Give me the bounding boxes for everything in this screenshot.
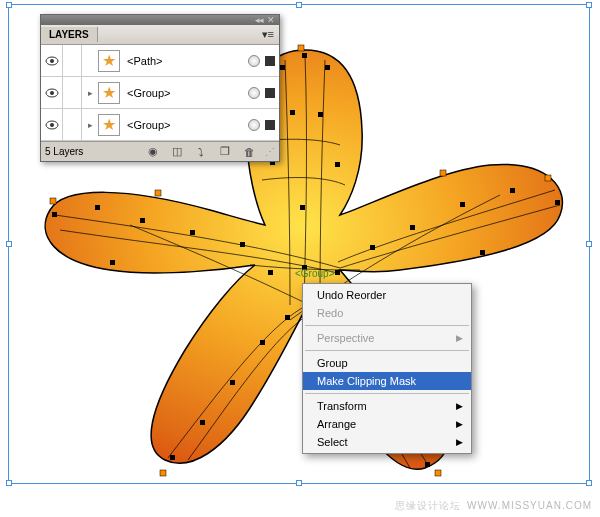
svg-rect-8 <box>52 212 57 217</box>
layer-count: 5 Layers <box>45 146 137 157</box>
svg-rect-17 <box>370 245 375 250</box>
svg-rect-10 <box>140 218 145 223</box>
close-icon[interactable]: ✕ <box>267 15 275 25</box>
svg-rect-1 <box>280 65 285 70</box>
svg-rect-6 <box>335 162 340 167</box>
layer-row[interactable]: ▸ ★ <Group> <box>41 77 279 109</box>
layer-list: ★ <Path> ▸ ★ <Group> ▸ ★ <Group> <box>41 45 279 141</box>
svg-rect-23 <box>230 380 235 385</box>
layer-row[interactable]: ▸ ★ <Group> <box>41 109 279 141</box>
handle-tr[interactable] <box>586 2 592 8</box>
layer-row[interactable]: ★ <Path> <box>41 45 279 77</box>
handle-tm[interactable] <box>296 2 302 8</box>
handle-bl[interactable] <box>6 480 12 486</box>
svg-point-44 <box>50 91 54 95</box>
layers-panel[interactable]: ◂◂ ✕ LAYERS ▾≡ ★ <Path> ▸ ★ <Group> ▸ <box>40 14 280 162</box>
handle-br[interactable] <box>586 480 592 486</box>
handle-bm[interactable] <box>296 480 302 486</box>
cm-transform[interactable]: Transform▶ <box>303 397 471 415</box>
cm-sep <box>305 350 469 351</box>
svg-rect-24 <box>260 340 265 345</box>
svg-point-42 <box>50 59 54 63</box>
cm-arrange[interactable]: Arrange▶ <box>303 415 471 433</box>
expand-icon[interactable]: ▸ <box>85 120 95 130</box>
context-menu: Undo Reorder Redo Perspective▶ Group Mak… <box>302 283 472 454</box>
svg-rect-3 <box>290 110 295 115</box>
target-icon[interactable] <box>248 55 260 67</box>
svg-rect-9 <box>95 205 100 210</box>
visibility-icon[interactable] <box>45 118 59 132</box>
chevron-right-icon: ▶ <box>456 437 463 447</box>
handle-ml[interactable] <box>6 241 12 247</box>
layer-name[interactable]: <Group> <box>123 87 245 99</box>
watermark: 思缘设计论坛WWW.MISSYUAN.COM <box>395 499 592 513</box>
svg-rect-33 <box>480 250 485 255</box>
chevron-right-icon: ▶ <box>456 401 463 411</box>
svg-rect-4 <box>318 112 323 117</box>
new-layer-icon[interactable]: ❐ <box>217 145 233 159</box>
selection-indicator <box>265 56 275 66</box>
panel-tab-layers[interactable]: LAYERS <box>41 27 98 42</box>
cm-perspective: Perspective▶ <box>303 329 471 347</box>
layer-name[interactable]: <Group> <box>123 119 245 131</box>
svg-rect-21 <box>170 455 175 460</box>
smart-guide-label: <Group> <box>295 268 334 279</box>
svg-rect-19 <box>335 270 340 275</box>
expand-icon[interactable]: ▸ <box>85 88 95 98</box>
svg-rect-36 <box>545 175 551 181</box>
layer-thumb: ★ <box>98 50 120 72</box>
svg-rect-22 <box>200 420 205 425</box>
selection-indicator <box>265 88 275 98</box>
chevron-right-icon: ▶ <box>456 333 463 343</box>
visibility-icon[interactable] <box>45 86 59 100</box>
svg-rect-39 <box>435 470 441 476</box>
target-icon[interactable] <box>248 119 260 131</box>
collapse-icon[interactable]: ◂◂ <box>255 15 263 25</box>
new-sublayer-icon[interactable]: ⤵ <box>193 145 209 159</box>
make-clip-icon[interactable]: ◫ <box>169 145 185 159</box>
svg-rect-14 <box>510 188 515 193</box>
panel-menu-icon[interactable]: ▾≡ <box>257 28 279 41</box>
svg-rect-0 <box>302 53 307 58</box>
cm-redo: Redo <box>303 304 471 322</box>
svg-rect-34 <box>50 198 56 204</box>
svg-rect-11 <box>190 230 195 235</box>
svg-rect-25 <box>285 315 290 320</box>
handle-tl[interactable] <box>6 2 12 8</box>
panel-footer: 5 Layers ◉ ◫ ⤵ ❐ 🗑 ⋰ <box>41 141 279 161</box>
svg-rect-15 <box>460 202 465 207</box>
svg-rect-37 <box>440 170 446 176</box>
handle-mr[interactable] <box>586 241 592 247</box>
cm-sep <box>305 325 469 326</box>
layer-name[interactable]: <Path> <box>123 55 245 67</box>
locate-icon[interactable]: ◉ <box>145 145 161 159</box>
svg-rect-40 <box>298 45 304 51</box>
svg-rect-16 <box>410 225 415 230</box>
cm-make-clipping-mask[interactable]: Make Clipping Mask <box>303 372 471 390</box>
svg-point-46 <box>50 123 54 127</box>
layer-thumb: ★ <box>98 114 120 136</box>
panel-grip[interactable]: ◂◂ ✕ <box>41 15 279 25</box>
svg-rect-13 <box>555 200 560 205</box>
cm-group[interactable]: Group <box>303 354 471 372</box>
resize-grip[interactable]: ⋰ <box>265 146 275 157</box>
svg-rect-38 <box>160 470 166 476</box>
selection-indicator <box>265 120 275 130</box>
svg-rect-12 <box>240 242 245 247</box>
svg-rect-2 <box>325 65 330 70</box>
svg-rect-35 <box>155 190 161 196</box>
cm-undo[interactable]: Undo Reorder <box>303 286 471 304</box>
chevron-right-icon: ▶ <box>456 419 463 429</box>
visibility-icon[interactable] <box>45 54 59 68</box>
layer-thumb: ★ <box>98 82 120 104</box>
svg-rect-32 <box>110 260 115 265</box>
delete-icon[interactable]: 🗑 <box>241 145 257 159</box>
svg-rect-26 <box>425 462 430 467</box>
svg-rect-7 <box>300 205 305 210</box>
cm-sep <box>305 393 469 394</box>
panel-titlebar: LAYERS ▾≡ <box>41 25 279 45</box>
target-icon[interactable] <box>248 87 260 99</box>
svg-rect-20 <box>268 270 273 275</box>
cm-select[interactable]: Select▶ <box>303 433 471 451</box>
